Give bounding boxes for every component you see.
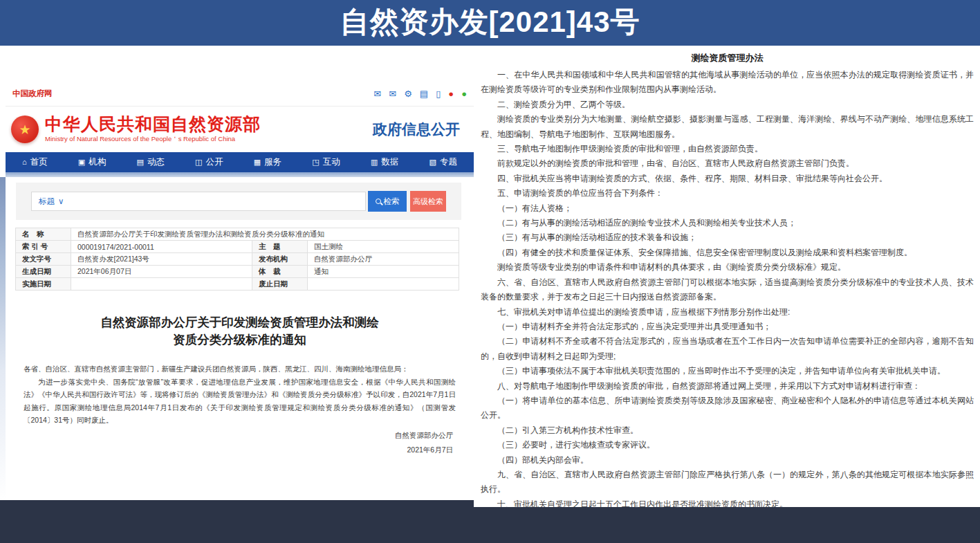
weibo-icon[interactable]: ● bbox=[448, 89, 454, 99]
meta-value: 自然资源部办公厅关于印发测绘资质管理办法和测绘资质分类分级标准的通知 bbox=[71, 228, 459, 241]
meta-value: 2021年06月07日 bbox=[71, 266, 252, 278]
accessibility-icon[interactable]: ⚙ bbox=[404, 89, 412, 99]
search-field-label: 标题 bbox=[39, 196, 55, 207]
nav-item-topics[interactable]: ▧专题 bbox=[429, 156, 457, 168]
notice-signer: 自然资源部办公厅 bbox=[24, 429, 456, 442]
meta-label: 实施日期 bbox=[16, 278, 71, 291]
law-paragraph: （二）有与从事的测绘活动相适应的测绘专业技术人员和测绘相关专业技术人员； bbox=[481, 216, 974, 230]
law-paragraph: 九、省、自治区、直辖市人民政府自然资源主管部门除应严格执行第八条（一）的规定外，… bbox=[481, 468, 974, 497]
site-header: ★ 中华人民共和国自然资源部 Ministry of Natural Resou… bbox=[6, 107, 474, 152]
table-row: 实施日期 废止日期 bbox=[16, 278, 459, 291]
nav-item-data[interactable]: ▥数据 bbox=[371, 156, 398, 168]
notice-date: 2021年6月7日 bbox=[24, 443, 456, 457]
search-input[interactable]: 标题 ∨ bbox=[31, 192, 366, 211]
law-paragraphs: 一、在中华人民共和国领域和中华人民共和国管辖的其他海域从事测绘活动的单位，应当依… bbox=[481, 68, 974, 507]
home-icon: ⌂ bbox=[22, 158, 27, 166]
law-panel: 测绘资质管理办法 一、在中华人民共和国领域和中华人民共和国管辖的其他海域从事测绘… bbox=[474, 46, 980, 507]
meta-value: 自然资办发[2021]43号 bbox=[71, 253, 252, 266]
law-paragraph: 测绘资质等级专业类别的申请条件和申请材料的具体要求，由《测绘资质分类分级标准》规… bbox=[481, 260, 974, 275]
nav-label: 动态 bbox=[147, 156, 165, 168]
search-field-select[interactable]: 标题 ∨ bbox=[32, 196, 71, 207]
nav-item-org[interactable]: ▣机构 bbox=[78, 156, 106, 168]
law-paragraph: 三、导航电子地图制作甲级测绘资质的审批和管理，由自然资源部负责。 bbox=[481, 142, 974, 156]
nav-item-service[interactable]: ▦服务 bbox=[254, 156, 281, 168]
law-paragraph: 一、在中华人民共和国领域和中华人民共和国管辖的其他海域从事测绘活动的单位，应当依… bbox=[481, 68, 974, 98]
notice-title: 自然资源部办公厅关于印发测绘资质管理办法和测绘 资质分类分级标准的通知 bbox=[24, 314, 456, 349]
navbar-shadow bbox=[6, 172, 474, 177]
nav-item-home[interactable]: ⌂首页 bbox=[22, 156, 48, 168]
law-paragraph: 测绘资质的专业类别分为大地测量、测绘航空摄影、摄影测量与遥感、工程测量、海洋测绘… bbox=[481, 112, 974, 142]
site-topbar: 中国政府网 ✉ ✉ ⚙ ▤ ▯ ● ● bbox=[6, 89, 474, 107]
nav-label: 互动 bbox=[323, 156, 340, 168]
law-paragraph: （三）必要时，进行实地核查或专家评议。 bbox=[481, 438, 974, 452]
nav-item-interact[interactable]: ◳互动 bbox=[312, 156, 340, 168]
notice-title-line2: 资质分类分级标准的通知 bbox=[24, 331, 456, 349]
search-panel: 标题 ∨ 检索 高级检索 bbox=[16, 183, 461, 220]
govnet-link[interactable]: 中国政府网 bbox=[12, 89, 53, 99]
org-icon: ▣ bbox=[78, 158, 85, 166]
law-paragraph: （一）申请材料齐全并符合法定形式的，应当决定受理并出具受理通知书； bbox=[481, 320, 974, 334]
law-paragraph: 前款规定以外的测绘资质的审批和管理，由省、自治区、直辖市人民政府自然资源主管部门… bbox=[481, 156, 974, 171]
slide-banner: 自然资办发[2021]43号 bbox=[0, 0, 980, 46]
notice-paragraph: 为进一步落实党中央、国务院“放管服”改革要求，促进地理信息产业发展，维护国家地理… bbox=[24, 376, 456, 427]
ministry-name-en: Ministry of Natural Resources of the Peo… bbox=[45, 135, 261, 144]
advanced-search-button[interactable]: 高级检索 bbox=[410, 191, 446, 212]
law-paragraph: （三）有与从事的测绘活动相适应的技术装备和设施； bbox=[481, 230, 974, 245]
mobile-icon[interactable]: ▯ bbox=[436, 89, 441, 99]
meta-label: 索 引 号 bbox=[16, 241, 71, 253]
law-paragraph: （一）有法人资格； bbox=[481, 201, 974, 216]
law-paragraph: 七、审批机关对申请单位提出的测绘资质申请，应当根据下列情形分别作出处理: bbox=[481, 305, 974, 320]
search-icon bbox=[376, 199, 381, 204]
notice-title-line1: 自然资源部办公厅关于印发测绘资质管理办法和测绘 bbox=[24, 314, 456, 331]
meta-value: 通知 bbox=[308, 266, 459, 278]
law-paragraph: （四）部机关内部会审。 bbox=[481, 453, 974, 468]
national-emblem-logo: ★ bbox=[11, 116, 39, 143]
search-button[interactable]: 检索 bbox=[368, 191, 407, 212]
idcard-icon[interactable]: ▤ bbox=[420, 89, 428, 99]
table-row: 索 引 号 000019174/2021-00011 主 题 国土测绘 bbox=[16, 241, 459, 253]
meta-value: 国土测绘 bbox=[308, 241, 459, 253]
law-title: 测绘资质管理办法 bbox=[481, 52, 974, 64]
subscribe-mail-icon[interactable]: ✉ bbox=[389, 89, 396, 99]
ministry-name-cn: 中华人民共和国自然资源部 bbox=[45, 115, 261, 133]
nav-label: 首页 bbox=[30, 156, 48, 168]
mail-icon[interactable]: ✉ bbox=[373, 89, 381, 99]
meta-label: 废止日期 bbox=[252, 278, 308, 291]
law-paragraph: 五、申请测绘资质的单位应当符合下列条件： bbox=[481, 186, 974, 201]
site-navbar: ⌂首页 ▣机构 ▤动态 ◫公开 ▦服务 ◳互动 ▥数据 ▧专题 bbox=[6, 152, 474, 172]
ministry-title-block: 中华人民共和国自然资源部 Ministry of Natural Resourc… bbox=[45, 115, 261, 144]
meta-value bbox=[308, 278, 459, 291]
table-row: 发文字号 自然资办发[2021]43号 发布机构 自然资源部办公厅 bbox=[16, 253, 459, 266]
meta-value bbox=[71, 278, 252, 291]
law-paragraph: 十、审批机关自受理之日起十五个工作日内作出是否批准测绘资质的书面决定。 bbox=[481, 497, 974, 507]
service-icon: ▦ bbox=[254, 158, 261, 166]
wechat-icon[interactable]: ● bbox=[461, 89, 467, 99]
meta-label: 发文字号 bbox=[16, 253, 71, 266]
law-paragraph: （一）将申请单位的基本信息、所申请测绘资质类别等级及除涉及国家秘密、商业秘密和个… bbox=[481, 394, 974, 423]
notice-document: 自然资源部办公厅关于印发测绘资质管理办法和测绘 资质分类分级标准的通知 各省、自… bbox=[24, 314, 456, 457]
search-button-label: 检索 bbox=[384, 196, 400, 207]
interact-icon: ◳ bbox=[312, 158, 319, 166]
law-paragraph: （二）引入第三方机构作技术性审查。 bbox=[481, 423, 974, 438]
nav-item-news[interactable]: ▤动态 bbox=[136, 156, 164, 168]
news-icon: ▤ bbox=[136, 158, 143, 166]
nav-label: 服务 bbox=[264, 156, 281, 168]
document-meta-table: 名 称 自然资源部办公厅关于印发测绘资质管理办法和测绘资质分类分级标准的通知 索… bbox=[15, 228, 459, 291]
notice-body: 各省、自治区、直辖市自然资源主管部门，新疆生产建设兵团自然资源局，陕西、黑龙江、… bbox=[24, 362, 456, 457]
gov-info-link[interactable]: 政府信息公开 bbox=[373, 120, 467, 139]
meta-label: 生成日期 bbox=[16, 266, 71, 278]
ministry-website: 中国政府网 ✉ ✉ ⚙ ▤ ▯ ● ● ★ 中华人民共和国自然资源部 Minis… bbox=[6, 46, 474, 500]
nav-label: 专题 bbox=[440, 156, 457, 168]
topbar-icons: ✉ ✉ ⚙ ▤ ▯ ● ● bbox=[373, 89, 467, 99]
meta-label: 体 裁 bbox=[252, 266, 308, 278]
nav-item-disclosure[interactable]: ◫公开 bbox=[195, 156, 223, 168]
nav-label: 数据 bbox=[381, 156, 398, 168]
data-icon: ▥ bbox=[371, 158, 378, 166]
meta-value: 自然资源部办公厅 bbox=[308, 253, 459, 266]
topics-icon: ▧ bbox=[429, 158, 436, 166]
meta-label: 主 题 bbox=[252, 241, 308, 253]
disclosure-icon: ◫ bbox=[195, 158, 202, 166]
law-paragraph: 二、测绘资质分为甲、乙两个等级。 bbox=[481, 98, 974, 112]
notice-paragraph: 各省、自治区、直辖市自然资源主管部门，新疆生产建设兵团自然资源局，陕西、黑龙江、… bbox=[24, 362, 456, 376]
law-paragraph: （二）申请材料不齐全或者不符合法定形式的，应当当场或者在五个工作日内一次告知申请… bbox=[481, 334, 974, 364]
